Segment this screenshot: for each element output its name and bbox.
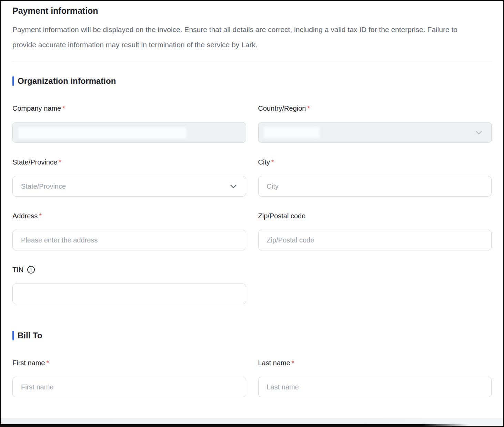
country-region-field: Country/Region * <box>258 104 492 143</box>
company-name-input <box>12 122 246 143</box>
country-region-select <box>258 122 492 143</box>
required-asterisk: * <box>62 104 65 113</box>
info-icon[interactable] <box>27 265 36 274</box>
last-name-field: Last name * <box>258 358 492 397</box>
form-row-state-city: State/Province * State/Province City * <box>12 158 492 197</box>
first-name-label: First name * <box>12 358 246 367</box>
company-name-control <box>12 122 246 143</box>
accent-bar <box>12 331 14 340</box>
city-label-text: City <box>258 158 270 167</box>
organization-section-heading: Organization information <box>12 76 492 86</box>
window-bottom-edge <box>1 424 470 426</box>
required-asterisk: * <box>307 104 310 113</box>
country-region-redacted-value <box>264 127 320 138</box>
page-title: Payment information <box>12 5 492 16</box>
country-region-control <box>258 122 492 143</box>
tin-input[interactable] <box>12 284 246 304</box>
zip-postal-field: Zip/Postal code <box>258 211 492 250</box>
address-label-text: Address <box>12 211 38 220</box>
city-label: City * <box>258 158 492 167</box>
city-control <box>258 176 492 197</box>
state-province-label: State/Province * <box>12 158 246 167</box>
state-province-placeholder: State/Province <box>21 182 66 190</box>
company-name-redacted-value <box>18 127 187 139</box>
section-divider <box>12 61 492 61</box>
first-name-field: First name * <box>12 358 246 397</box>
required-asterisk: * <box>39 211 42 220</box>
zip-postal-input[interactable] <box>258 230 492 250</box>
form-row-tin: TIN <box>12 265 492 304</box>
address-field: Address * <box>12 211 246 250</box>
company-name-label: Company name * <box>12 104 246 113</box>
last-name-label-text: Last name <box>258 358 290 367</box>
company-name-field: Company name * <box>12 104 246 143</box>
page-description: Payment information will be displayed on… <box>12 22 477 52</box>
organization-heading-text: Organization information <box>18 76 116 86</box>
empty-cell <box>258 265 492 304</box>
state-province-field: State/Province * State/Province <box>12 158 246 197</box>
bottom-edge-band <box>1 418 503 425</box>
form-row-company-country: Company name * Country/Region * <box>12 104 492 143</box>
city-field: City * <box>258 158 492 197</box>
city-input[interactable] <box>258 176 492 197</box>
zip-postal-control <box>258 230 492 250</box>
bill-to-heading-text: Bill To <box>18 330 42 341</box>
zip-postal-label: Zip/Postal code <box>258 211 492 220</box>
state-province-select[interactable]: State/Province <box>12 176 246 197</box>
tin-label-text: TIN <box>12 265 23 274</box>
first-name-input[interactable] <box>12 377 246 397</box>
first-name-control <box>12 377 246 397</box>
state-province-label-text: State/Province <box>12 158 57 167</box>
address-control <box>12 230 246 250</box>
address-label: Address * <box>12 211 246 220</box>
tin-control <box>12 284 246 304</box>
country-region-label: Country/Region * <box>258 104 492 113</box>
form-row-address-zip: Address * Zip/Postal code <box>12 211 492 250</box>
country-region-label-text: Country/Region <box>258 104 306 113</box>
form-row-names: First name * Last name * <box>12 358 492 397</box>
last-name-input[interactable] <box>258 377 492 397</box>
required-asterisk: * <box>271 158 274 167</box>
required-asterisk: * <box>59 158 61 167</box>
payment-information-page: Payment information Payment information … <box>1 5 503 397</box>
address-input[interactable] <box>12 230 246 250</box>
company-name-label-text: Company name <box>12 104 61 113</box>
zip-postal-label-text: Zip/Postal code <box>258 211 306 220</box>
last-name-control <box>258 377 492 397</box>
first-name-label-text: First name <box>12 358 45 367</box>
accent-bar <box>12 76 14 86</box>
tin-label: TIN <box>12 265 246 274</box>
tin-field: TIN <box>12 265 246 304</box>
state-province-control: State/Province <box>12 176 246 197</box>
last-name-label: Last name * <box>258 358 492 367</box>
required-asterisk: * <box>46 358 49 367</box>
bill-to-section-heading: Bill To <box>12 330 492 341</box>
required-asterisk: * <box>292 358 294 367</box>
